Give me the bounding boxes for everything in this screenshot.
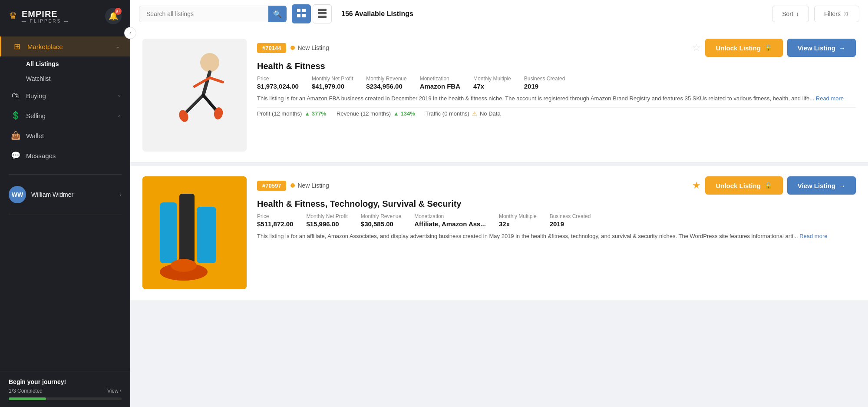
svg-point-8 (200, 53, 219, 72)
price-value: $1,973,024.00 (257, 83, 299, 90)
search-wrap: 🔍 (139, 6, 287, 22)
sidebar-item-watchlist[interactable]: Watchlist (26, 71, 130, 86)
metric-traffic: Traffic (0 months) ⚠ No Data (426, 110, 501, 117)
listing-header-left-2: #70597 New Listing (257, 181, 329, 191)
listing-actions: Unlock Listing 🔒 View Listing → (705, 39, 856, 57)
listing-status-text-2: New Listing (297, 182, 329, 189)
listing-id-badge: #70144 (257, 43, 286, 53)
search-input[interactable] (139, 6, 287, 22)
user-avatar: WW (9, 186, 26, 203)
buying-label: Buying (26, 92, 113, 99)
multiple-value: 47x (473, 83, 511, 90)
stat-price: Price $1,973,024.00 (257, 76, 299, 90)
listing-status-text: New Listing (297, 44, 329, 51)
metric-profit: Profit (12 months) ▲ 377% (257, 110, 326, 117)
created-value-2: 2019 (550, 220, 591, 228)
chevron-right-icon-2: › (118, 113, 120, 119)
listing-header-row: #70144 New Listing ☆ Unlock Listing 🔒 (257, 39, 856, 57)
svg-rect-3 (302, 14, 306, 17)
stat-price-2: Price $511,872.00 (257, 213, 293, 228)
sort-label: Sort (782, 10, 793, 17)
notification-button[interactable]: 🔔 9+ (105, 8, 122, 24)
price-value-2: $511,872.00 (257, 220, 293, 228)
multiple-label: Monthly Multiple (473, 76, 511, 82)
table-view-icon (317, 8, 327, 20)
arrow-right-icon: → (839, 44, 845, 52)
listing-status-2: New Listing (290, 182, 329, 189)
lock-icon-2: 🔒 (764, 182, 772, 189)
profit-label: Monthly Net Profit (312, 76, 353, 82)
listing-status: New Listing (290, 44, 329, 51)
monetization-label-2: Monetization (414, 213, 486, 219)
profit-months-label: Profit (12 months) (257, 110, 302, 117)
filters-label: Filters (824, 10, 841, 17)
sort-button[interactable]: Sort ↕ (772, 6, 809, 22)
filters-button[interactable]: Filters ⛭ (814, 6, 859, 22)
buying-icon: 🛍 (10, 91, 21, 100)
grid-view-button[interactable] (292, 4, 311, 23)
svg-rect-2 (297, 14, 300, 17)
arrow-right-icon-2: → (839, 182, 845, 189)
listing-image-2 (142, 176, 247, 289)
listing-star-button-2[interactable]: ★ (692, 180, 701, 191)
stat-monetization-2: Monetization Affiliate, Amazon Ass... (414, 213, 486, 228)
chevron-left-icon: ‹ (129, 30, 131, 36)
stat-monetization: Monetization Amazon FBA (420, 76, 460, 90)
nav-section: ⊞ Marketplace ⌄ All Listings Watchlist 🛍… (0, 32, 130, 170)
revenue-label-2: Monthly Revenue (361, 213, 401, 219)
monetization-value-2: Affiliate, Amazon Ass... (414, 220, 486, 228)
table-view-button[interactable] (313, 4, 332, 23)
listing-description-2: This listing is for an affiliate, Amazon… (257, 232, 856, 241)
user-section[interactable]: WW William Widmer › (0, 179, 130, 210)
read-more-link[interactable]: Read more (816, 95, 844, 102)
topbar: 🔍 156 Avail (130, 0, 868, 28)
created-label: Business Created (524, 76, 565, 82)
monetization-value: Amazon FBA (420, 83, 460, 90)
view-listing-button[interactable]: View Listing → (787, 39, 856, 57)
marketplace-icon: ⊞ (12, 42, 22, 51)
wallet-label: Wallet (26, 132, 120, 139)
sidebar-item-wallet[interactable]: 👜 Wallet (0, 126, 130, 146)
traffic-months-label: Traffic (0 months) (426, 110, 469, 117)
logo-sub: — FLIPPERS — (22, 19, 69, 23)
unlock-listing-button[interactable]: Unlock Listing 🔒 (705, 39, 782, 57)
user-chevron-icon: › (120, 192, 122, 198)
status-dot-2 (290, 183, 295, 188)
listing-card: #70144 New Listing ☆ Unlock Listing 🔒 (130, 28, 868, 162)
unlock-listing-button-2[interactable]: Unlock Listing 🔒 (705, 176, 782, 195)
profit-value-2: $15,996.00 (306, 220, 347, 228)
listing-id-badge-2: #70597 (257, 181, 286, 191)
status-dot (290, 46, 295, 50)
svg-rect-6 (318, 16, 327, 18)
chevron-down-icon: ⌄ (116, 43, 120, 50)
view-listing-button-2[interactable]: View Listing → (787, 176, 856, 195)
sidebar-item-selling[interactable]: 💲 Selling › (0, 106, 130, 126)
listing-star-button[interactable]: ☆ (692, 42, 701, 53)
filter-icon: ⛭ (843, 10, 849, 17)
progress-meta: 1/3 Completed View › (9, 388, 122, 394)
listing-header-row-2: #70597 New Listing ★ Unlock Listing 🔒 (257, 176, 856, 195)
read-more-link-2[interactable]: Read more (799, 233, 827, 239)
sidebar-collapse-button[interactable]: ‹ (124, 27, 136, 39)
search-icon: 🔍 (273, 10, 282, 18)
created-label-2: Business Created (550, 213, 591, 219)
nav-divider-2 (9, 215, 122, 215)
svg-rect-5 (318, 12, 327, 14)
svg-rect-17 (160, 202, 177, 263)
search-button[interactable]: 🔍 (268, 6, 287, 22)
sidebar-item-marketplace[interactable]: ⊞ Marketplace ⌄ (0, 36, 130, 56)
marketplace-subnav: All Listings Watchlist (0, 56, 130, 86)
selling-label: Selling (26, 112, 113, 119)
stat-revenue: Monthly Revenue $234,956.00 (366, 76, 406, 90)
progress-view-link[interactable]: View › (107, 388, 122, 394)
sidebar-item-messages[interactable]: 💬 Messages (0, 146, 130, 165)
listing-card: #70597 New Listing ★ Unlock Listing 🔒 (130, 166, 868, 300)
sidebar: ♛ EMPIRE — FLIPPERS — 🔔 9+ ‹ ⊞ Marketpla… (0, 0, 130, 407)
sort-arrows-icon: ↕ (796, 10, 799, 17)
journey-title: Begin your journey! (9, 378, 122, 385)
stat-created: Business Created 2019 (524, 76, 565, 90)
sidebar-item-buying[interactable]: 🛍 Buying › (0, 86, 130, 106)
sidebar-item-all-listings[interactable]: All Listings (26, 56, 130, 71)
view-label-2: View Listing (798, 182, 835, 189)
revenue-months-label: Revenue (12 months) (337, 110, 391, 117)
